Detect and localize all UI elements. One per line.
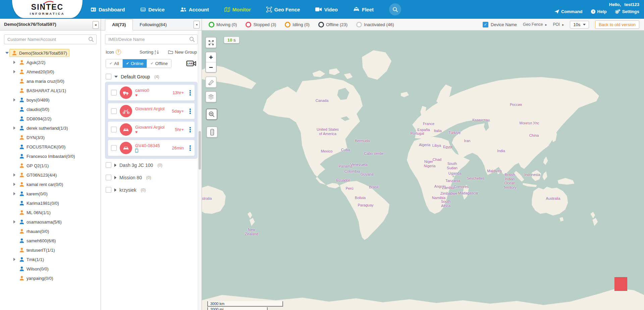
user-link-command[interactable]: Command [554, 9, 583, 14]
favorite-heart-icon[interactable]: ♥ [135, 93, 138, 98]
device-card-gv40-08345[interactable]: GV40-08345 26min [108, 140, 195, 156]
tree-item-kamal-rent-car-0-0[interactable]: kamal rent car(0/0) [0, 180, 101, 189]
expander-right-icon[interactable] [12, 258, 17, 261]
zoom-out-button[interactable]: − [206, 62, 216, 72]
user-link-help[interactable]: ? Help [591, 9, 607, 14]
device-card-giovanni-argiol[interactable]: Giovanni Argiol ♥ 5hr+ [108, 122, 195, 137]
expander-right-icon[interactable] [12, 192, 17, 195]
tree-item-karima1981-0-0[interactable]: Karima1981(0/0) [0, 198, 101, 208]
device-panel-collapse-button[interactable]: ◂ [194, 21, 200, 28]
expander-right-icon[interactable] [12, 126, 17, 130]
tree-item-ana-maria-cruz-0-0[interactable]: ana maria cruz(0/0) [0, 76, 101, 86]
nav-item-geo-fence[interactable]: Geo Fence [266, 7, 300, 12]
user-link-settings[interactable]: Settings [615, 9, 639, 14]
tree-item-ml-06n-1-1[interactable]: ML 06N(1/1) [0, 208, 101, 217]
tree-item-aguk-2-2[interactable]: Aguk(2/2) [0, 58, 101, 67]
nav-item-device[interactable]: Device [140, 7, 164, 12]
nav-item-fleet[interactable]: Fleet [353, 7, 374, 12]
customer-search-input[interactable] [4, 35, 97, 44]
tree-item-claudio-0-0[interactable]: claudio(0/0) [0, 105, 101, 114]
tree-item-ahmed20-0-0[interactable]: Ahmed20(0/0) [0, 67, 101, 76]
search-icon[interactable] [189, 37, 195, 42]
tree-item-gp-q2-1-1[interactable]: GP Q2(1/1) [0, 161, 101, 170]
status-offline[interactable]: Offline (23) [318, 22, 347, 27]
tree-item-derek-sutherland-1-3[interactable]: derek sutherland(1/3) [0, 123, 101, 133]
expander-right-icon[interactable] [12, 220, 17, 224]
filter-all[interactable]: ✔ All [106, 59, 122, 68]
tree-item-boys-0-489[interactable]: boys(0/489) [0, 95, 101, 105]
scrollbar-thumb[interactable] [199, 131, 201, 170]
device-menu-button[interactable] [189, 89, 192, 97]
filter-online[interactable]: ✔ Online [122, 59, 147, 68]
status-stopped[interactable]: Stopped (3) [246, 22, 276, 27]
geo-fence-dropdown[interactable]: Geo Fence▸ [523, 22, 547, 27]
device-search-input[interactable] [105, 35, 198, 44]
tree-item-osamaosama-5-6[interactable]: osamaosama(5/6) [0, 217, 101, 227]
sorting-button[interactable]: Sorting AZ [140, 50, 159, 55]
help-question-icon[interactable]: ? [116, 49, 121, 55]
status-inactivated[interactable]: Inactivated (46) [356, 22, 394, 27]
expander-right-icon[interactable] [12, 61, 17, 64]
nav-item-monitor[interactable]: Monitor [224, 7, 251, 12]
expander-down-icon[interactable] [5, 52, 9, 54]
group-checkbox[interactable] [106, 162, 111, 168]
device-name-toggle[interactable]: ✓ Device Name [483, 22, 517, 27]
brand-logo[interactable]: SINTEC INFORMATICA [12, 0, 83, 18]
traffic-button[interactable] [206, 126, 218, 138]
device-checkbox[interactable] [111, 127, 117, 132]
group-row-krzysiek[interactable]: krzysiek (0) [101, 184, 202, 196]
tree-item-francesco-imbastari-0-0[interactable]: Francesco Imbastari(0/0) [0, 151, 101, 161]
cluster-marker[interactable] [614, 277, 627, 291]
tree-item-dd8094-2-2[interactable]: DD8094(2/2) [0, 114, 101, 123]
nav-item-account[interactable]: Account [180, 7, 209, 12]
expander-right-icon[interactable] [12, 98, 17, 102]
tree-item-yanpaing-0-0[interactable]: yanpaing(0/0) [0, 273, 101, 283]
device-name-checkbox[interactable]: ✓ [483, 22, 488, 27]
zoom-in-button[interactable]: + [206, 52, 216, 62]
tree-item-karem-0-0[interactable]: karem(0/0) [0, 189, 101, 198]
expander-right-icon[interactable] [12, 173, 17, 177]
fullscreen-button[interactable] [205, 37, 217, 48]
tree-item-sameh600-6-6[interactable]: sameh600(6/6) [0, 236, 101, 245]
back-to-old-version-button[interactable]: Back to old version [595, 20, 639, 29]
measure-button[interactable] [205, 76, 217, 88]
new-group-button[interactable]: New Group [168, 50, 197, 55]
live-video-button[interactable]: LIVE [186, 60, 196, 67]
device-card-giovanni-argiol[interactable]: Giovanni Argiol 5day+ [108, 103, 195, 119]
device-checkbox[interactable] [111, 145, 117, 151]
refresh-interval-select[interactable]: 10s [570, 21, 589, 28]
group-checkbox[interactable] [106, 175, 111, 180]
tree-item-gt06n123-4-4[interactable]: GT06N123(4/4) [0, 170, 101, 180]
tree-item-tmk-1-1[interactable]: Tmk(1/1) [0, 255, 101, 264]
expander-right-icon[interactable] [12, 70, 17, 73]
expander-right-icon[interactable] [114, 188, 116, 192]
device-menu-button[interactable] [189, 126, 192, 134]
tree-item-rhauan-0-0[interactable]: rhauan(0/0) [0, 227, 101, 236]
device-menu-button[interactable] [189, 144, 192, 152]
expander-right-icon[interactable] [114, 176, 116, 179]
tree-item-testuserit-1-1[interactable]: testuserIT(1/1) [0, 245, 101, 255]
area-search-button[interactable] [206, 109, 217, 120]
device-menu-button[interactable] [189, 107, 192, 115]
tree-item-basharat-ali-1-1[interactable]: BASHARAT ALI(1/1) [0, 86, 101, 95]
sidebar-collapse-button[interactable]: ◂ [93, 21, 99, 29]
group-checkbox[interactable] [106, 187, 111, 193]
tree-item-wilson-0-0[interactable]: Wilson(0/0) [0, 264, 101, 273]
search-icon[interactable] [88, 37, 94, 42]
tab-following-84[interactable]: Following(84) [133, 19, 173, 30]
poi-dropdown[interactable]: POI▸ [553, 22, 564, 27]
tab-all-73[interactable]: All(73) [105, 19, 133, 30]
filter-offline[interactable]: ✔ Offline [147, 59, 171, 68]
world-map[interactable]: CanadaUnited States of AmericaMexicoCuba… [202, 30, 644, 310]
group-row-mission-80[interactable]: Mission 80 (0) [101, 171, 202, 184]
tree-item-dyn-3-3[interactable]: DYN(3/3) [0, 133, 101, 142]
status-idling[interactable]: Idling (0) [285, 22, 310, 27]
expander-right-icon[interactable] [114, 164, 116, 167]
icon-toggle[interactable]: Icon ? [106, 49, 121, 55]
favorite-heart-icon[interactable]: ♥ [135, 130, 138, 135]
expander-down-icon[interactable] [114, 76, 118, 78]
tree-item-demo-stock76-total597[interactable]: Demo(Stock76/Total597) [0, 48, 101, 58]
group-row-dash-3g-jc-100[interactable]: Dash 3g JC 100 (0) [101, 159, 202, 171]
tree-item-focustrack-0-0[interactable]: FOCUSTRACK(0/0) [0, 142, 101, 151]
expander-right-icon[interactable] [12, 183, 17, 186]
